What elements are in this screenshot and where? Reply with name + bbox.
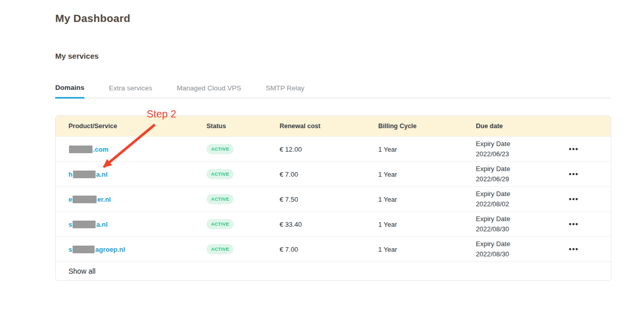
- domain-suffix: er.nl: [97, 196, 111, 203]
- section-title: My services: [55, 52, 99, 60]
- status-badge: ACTIVE: [206, 194, 234, 204]
- renewal-cost: € 33.40: [280, 221, 378, 228]
- redaction-box: [73, 246, 95, 253]
- redaction-box: [73, 171, 96, 178]
- status-badge: ACTIVE: [206, 244, 234, 254]
- due-date: 2022/06/23: [476, 149, 558, 159]
- services-table: Product/Service Status Renewal cost Bill…: [55, 115, 611, 281]
- domain-prefix: s: [68, 221, 72, 228]
- show-all-button[interactable]: Show all: [68, 267, 96, 275]
- tab-extra-services[interactable]: Extra services: [109, 84, 152, 98]
- due-date: 2022/06/29: [476, 174, 558, 184]
- domain-link[interactable]: sa.nl: [68, 221, 108, 228]
- ellipsis-icon[interactable]: •••: [569, 195, 579, 203]
- due-date: 2022/08/30: [476, 249, 558, 259]
- domain-prefix: e: [68, 196, 72, 203]
- redaction-box: [73, 196, 97, 203]
- due-label: Expiry Date: [476, 189, 558, 199]
- due-label: Expiry Date: [476, 139, 558, 149]
- billing-cycle: 1 Year: [378, 171, 476, 178]
- renewal-cost: € 7.00: [280, 246, 378, 253]
- column-header-product: Product/Service: [68, 123, 206, 130]
- domain-link[interactable]: ha.nl: [68, 171, 107, 178]
- tab-domains[interactable]: Domains: [55, 84, 84, 99]
- domain-suffix: a.nl: [96, 221, 107, 228]
- due-label: Expiry Date: [476, 164, 558, 174]
- redaction-box: [73, 221, 96, 228]
- table-row: eer.nl ACTIVE € 7.50 1 Year Expiry Date2…: [56, 186, 611, 211]
- domain-link[interactable]: eer.nl: [68, 196, 111, 203]
- column-header-due: Due date: [476, 123, 558, 130]
- ellipsis-icon[interactable]: •••: [569, 245, 579, 253]
- renewal-cost: € 7.50: [280, 196, 378, 203]
- ellipsis-icon[interactable]: •••: [569, 145, 579, 153]
- status-badge: ACTIVE: [206, 219, 234, 229]
- domain-suffix: agroep.nl: [95, 246, 125, 253]
- billing-cycle: 1 Year: [378, 246, 476, 253]
- status-badge: ACTIVE: [206, 144, 234, 154]
- billing-cycle: 1 Year: [378, 196, 476, 203]
- table-row: ha.nl ACTIVE € 7.00 1 Year Expiry Date20…: [56, 161, 611, 186]
- tab-managed-cloud-vps[interactable]: Managed Cloud VPS: [177, 84, 241, 98]
- tab-smtp-relay[interactable]: SMTP Relay: [266, 84, 305, 98]
- status-badge: ACTIVE: [206, 169, 234, 179]
- domain-suffix: .com: [93, 146, 108, 153]
- column-header-renewal: Renewal cost: [280, 123, 378, 130]
- due-date: 2022/08/02: [476, 199, 558, 209]
- table-footer: Show all: [56, 261, 611, 280]
- ellipsis-icon[interactable]: •••: [569, 220, 579, 228]
- services-tabs: Domains Extra services Managed Cloud VPS…: [55, 84, 611, 99]
- redaction-box: [69, 146, 93, 153]
- renewal-cost: € 7.00: [280, 171, 378, 178]
- domain-suffix: a.nl: [96, 171, 107, 178]
- step-annotation-label: Step 2: [147, 108, 176, 120]
- billing-cycle: 1 Year: [378, 221, 476, 228]
- due-label: Expiry Date: [476, 239, 558, 249]
- table-header: Product/Service Status Renewal cost Bill…: [56, 116, 611, 136]
- billing-cycle: 1 Year: [378, 146, 476, 153]
- due-date: 2022/08/30: [476, 224, 558, 234]
- column-header-billing: Billing Cycle: [378, 123, 476, 130]
- table-row: sagroep.nl ACTIVE € 7.00 1 Year Expiry D…: [56, 236, 611, 261]
- domain-prefix: h: [68, 171, 73, 178]
- table-row: .com ACTIVE € 12.00 1 Year Expiry Date20…: [56, 136, 611, 161]
- domain-link[interactable]: sagroep.nl: [68, 246, 125, 253]
- table-row: sa.nl ACTIVE € 33.40 1 Year Expiry Date2…: [56, 211, 611, 236]
- column-header-status: Status: [206, 123, 280, 130]
- due-label: Expiry Date: [476, 214, 558, 224]
- ellipsis-icon[interactable]: •••: [569, 170, 579, 178]
- domain-link[interactable]: .com: [68, 146, 108, 153]
- renewal-cost: € 12.00: [280, 146, 378, 153]
- page-title: My Dashboard: [55, 12, 130, 25]
- domain-prefix: s: [68, 246, 72, 253]
